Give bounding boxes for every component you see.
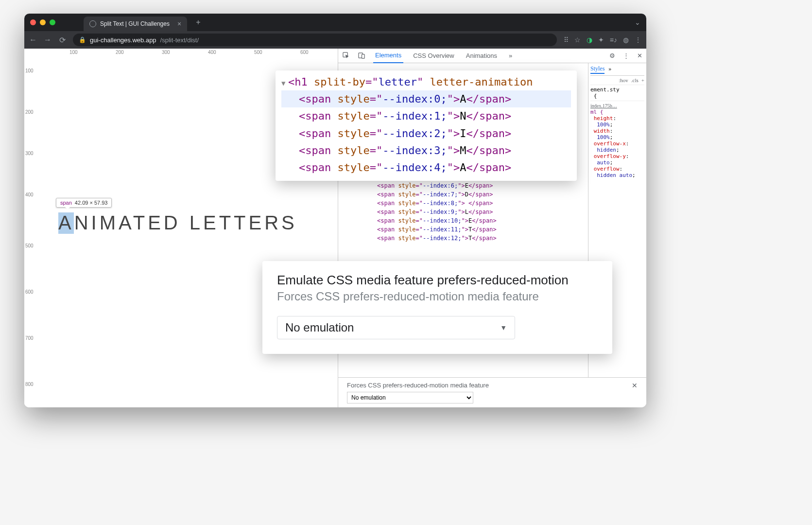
tab-elements[interactable]: Elements <box>373 49 403 63</box>
favicon-icon <box>89 20 96 27</box>
callout-rendering-zoom: Emulate CSS media feature prefers-reduce… <box>262 261 612 354</box>
window-controls <box>30 19 55 25</box>
forward-button[interactable]: → <box>44 35 52 44</box>
ruler-tick: 100 <box>25 68 34 73</box>
heading-word2: LETTERS <box>190 212 297 233</box>
hov-toggle[interactable]: :hov <box>619 77 628 83</box>
url-input[interactable]: 🔒 gui-challenges.web.app/split-text/dist… <box>73 34 557 46</box>
menu-icon[interactable]: ⋮ <box>635 36 641 44</box>
extensions-icon[interactable]: ✦ <box>598 36 604 44</box>
close-drawer-button[interactable]: ✕ <box>632 382 638 389</box>
ruler-tick: 600 <box>300 50 309 55</box>
ruler-vertical: 100 200 300 400 500 600 700 800 <box>24 49 36 407</box>
ruler-tick: 800 <box>25 382 34 387</box>
profile-icon[interactable]: ◍ <box>623 36 629 44</box>
css-declaration[interactable]: width: 100%; <box>590 128 644 140</box>
ruler-tick: 600 <box>25 289 34 295</box>
tooltip-size: 42.09 × 57.93 <box>75 200 108 206</box>
heading-word1: ANIMATED <box>58 212 181 233</box>
close-tab-button[interactable]: × <box>177 20 181 28</box>
ruler-tick: 400 <box>25 192 34 197</box>
rendering-drawer: ✕ Forces CSS prefers-reduced-motion medi… <box>338 377 646 407</box>
style-selector: ml { <box>590 109 604 115</box>
new-tab-button[interactable]: + <box>196 18 200 27</box>
ruler-tick: 300 <box>162 50 170 55</box>
style-link[interactable]: index.175b… <box>590 103 617 108</box>
inspect-tooltip: span 42.09 × 57.93 <box>56 198 112 208</box>
tabs-overflow-button[interactable]: » <box>507 49 514 63</box>
rendering-title: Emulate CSS media feature prefers-reduce… <box>277 273 598 288</box>
ruler-tick: 700 <box>25 335 34 341</box>
callout-dom-zoom: ▼<h1 split-by="letter" letter-animation<… <box>276 70 577 181</box>
titlebar: Split Text | GUI Challenges × + ⌄ <box>24 14 646 31</box>
ruler-tick: 200 <box>116 50 124 55</box>
extension-icon[interactable]: ◑ <box>587 36 592 44</box>
translate-icon[interactable]: ⠿ <box>564 36 569 44</box>
device-toggle-icon[interactable] <box>358 52 365 60</box>
browser-tab[interactable]: Split Text | GUI Challenges × <box>84 17 187 31</box>
address-bar: ← → ⟳ 🔒 gui-challenges.web.app/split-tex… <box>24 31 646 49</box>
settings-icon[interactable]: ⚙ <box>609 52 615 59</box>
url-host: gui-challenges.web.app <box>90 36 156 44</box>
chevron-down-icon: ▼ <box>500 324 507 332</box>
url-path: /split-text/dist/ <box>160 36 199 44</box>
ruler-horizontal: 100 200 300 400 500 600 <box>24 49 338 57</box>
toolbar-right: ⠿ ☆ ◑ ✦ ≡♪ ◍ ⋮ <box>564 36 641 44</box>
tab-styles[interactable]: Styles <box>590 65 605 74</box>
ruler-tick: 300 <box>25 151 34 156</box>
page-heading: ANIMATEDLETTERS <box>58 212 297 234</box>
inspect-element-icon[interactable] <box>342 52 350 60</box>
close-devtools-button[interactable]: ✕ <box>637 52 642 59</box>
rendering-desc-small: Forces CSS prefers-reduced-motion media … <box>347 382 638 389</box>
prefers-reduced-motion-select-small[interactable]: No emulation <box>347 392 473 403</box>
tooltip-tag: span <box>60 200 72 206</box>
css-declaration[interactable]: overflow-x: hidden; <box>590 140 644 153</box>
style-source: ement.sty <box>590 87 620 93</box>
rendering-desc: Forces CSS prefers-reduced-motion media … <box>277 290 598 303</box>
ruler-tick: 100 <box>69 50 78 55</box>
maximize-window-button[interactable] <box>50 19 55 25</box>
css-declaration[interactable]: overflow-y: auto; <box>590 153 644 166</box>
add-rule-button[interactable]: + <box>641 77 644 83</box>
tab-animations[interactable]: Animations <box>464 49 499 63</box>
reading-list-icon[interactable]: ≡♪ <box>610 36 617 44</box>
minimize-window-button[interactable] <box>40 19 46 25</box>
style-rule: { <box>590 93 597 99</box>
select-value: No emulation <box>285 321 354 334</box>
reload-button[interactable]: ⟳ <box>58 35 66 45</box>
tabs-menu-button[interactable]: ⌄ <box>635 18 640 26</box>
css-declaration[interactable]: height: 100%; <box>590 115 644 128</box>
tab-css-overview[interactable]: CSS Overview <box>411 49 456 63</box>
bookmark-icon[interactable]: ☆ <box>574 36 581 44</box>
ruler-tick: 400 <box>208 50 216 55</box>
devtools-tabs: Elements CSS Overview Animations » ⚙ ⋮ ✕ <box>338 49 646 63</box>
ruler-tick: 500 <box>254 50 262 55</box>
tab-title: Split Text | GUI Challenges <box>100 20 170 27</box>
ruler-tick: 200 <box>25 109 34 115</box>
tabs-overflow-icon[interactable]: » <box>608 65 611 74</box>
lock-icon: 🔒 <box>79 36 86 43</box>
prefers-reduced-motion-select[interactable]: No emulation ▼ <box>277 316 515 339</box>
svg-rect-2 <box>362 54 364 58</box>
css-declaration[interactable]: overflow: hidden auto; <box>590 166 644 178</box>
more-icon[interactable]: ⋮ <box>623 52 629 59</box>
close-window-button[interactable] <box>30 19 36 25</box>
cls-toggle[interactable]: .cls <box>631 77 639 83</box>
back-button[interactable]: ← <box>29 35 37 44</box>
ruler-tick: 500 <box>25 243 34 248</box>
